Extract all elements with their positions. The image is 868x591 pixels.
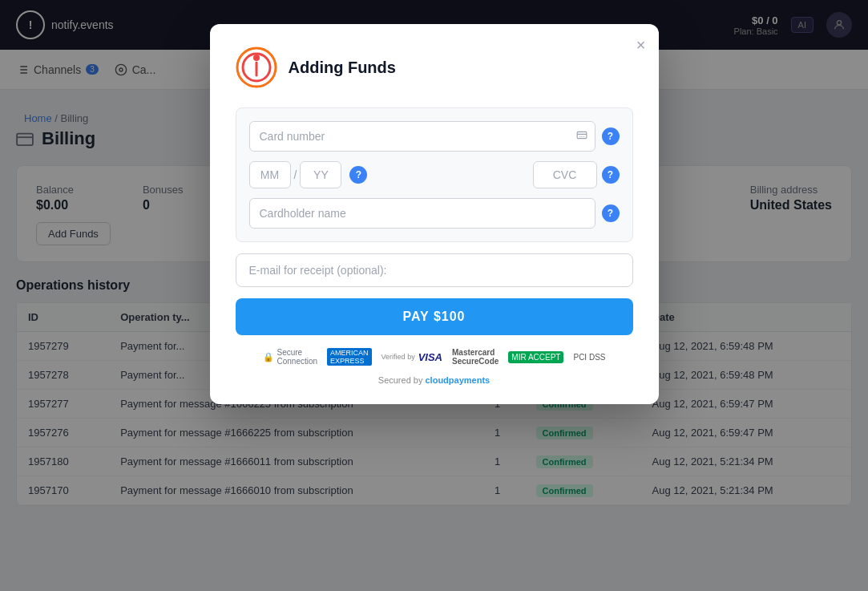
card-form-area: ? / ? ? ? <box>236 107 633 242</box>
adding-funds-modal: Adding Funds × ? <box>210 24 659 404</box>
cardholder-input[interactable] <box>249 198 595 229</box>
expiry-slash: / <box>294 168 297 181</box>
card-number-input[interactable] <box>249 121 595 152</box>
mir-label: MIR ACCEPT <box>508 351 563 363</box>
cvc-wrapper: ? <box>533 161 620 188</box>
cardholder-row: ? <box>249 198 620 229</box>
visa-label: VISA <box>418 351 442 363</box>
modal-title: Adding Funds <box>289 59 396 77</box>
mastercard-label: MastercardSecureCode <box>452 348 499 366</box>
trust-badges-row: 🔒 SecureConnection AMERICANEXPRESS Verif… <box>236 348 633 385</box>
cvc-help-button[interactable]: ? <box>602 166 620 184</box>
card-number-row: ? <box>249 121 620 152</box>
lock-icon: 🔒 <box>263 352 274 362</box>
card-number-help-button[interactable]: ? <box>602 128 620 145</box>
secure-connection-badge: 🔒 SecureConnection <box>263 348 318 366</box>
modal-close-button[interactable]: × <box>636 37 646 53</box>
amex-label: AMERICANEXPRESS <box>327 348 372 366</box>
expiry-year-input[interactable] <box>300 161 341 188</box>
expiry-cvc-row: / ? ? <box>249 161 620 188</box>
modal-header: Adding Funds <box>236 47 633 88</box>
verified-visa-badge: Verified by VISA <box>382 351 442 363</box>
cardholder-help-button[interactable]: ? <box>602 204 620 222</box>
mir-badge: MIR ACCEPT <box>508 351 563 363</box>
verified-by-label: Verified by <box>382 353 415 361</box>
expiry-inputs: / <box>249 161 342 188</box>
svg-rect-7 <box>577 132 587 138</box>
modal-logo <box>236 47 277 88</box>
modal-overlay: Adding Funds × ? <box>0 0 868 591</box>
cloudpayments-badge: Secured by cloudpayments <box>378 375 490 385</box>
cloudpayments-label: cloudpayments <box>426 375 491 385</box>
svg-point-5 <box>253 55 260 61</box>
pci-label: PCI DSS <box>573 353 605 362</box>
pci-badge: PCI DSS <box>573 353 605 362</box>
amex-badge: AMERICANEXPRESS <box>327 348 372 366</box>
expiry-help-button[interactable]: ? <box>349 166 367 184</box>
card-chip-icon <box>576 130 587 144</box>
cvc-input[interactable] <box>533 161 597 188</box>
pay-button[interactable]: PAY $100 <box>236 298 633 335</box>
email-input[interactable] <box>236 253 633 287</box>
expiry-month-input[interactable] <box>249 161 291 188</box>
mastercard-badge: MastercardSecureCode <box>452 348 499 366</box>
secure-label: SecureConnection <box>277 348 318 366</box>
card-number-wrapper <box>249 121 595 152</box>
